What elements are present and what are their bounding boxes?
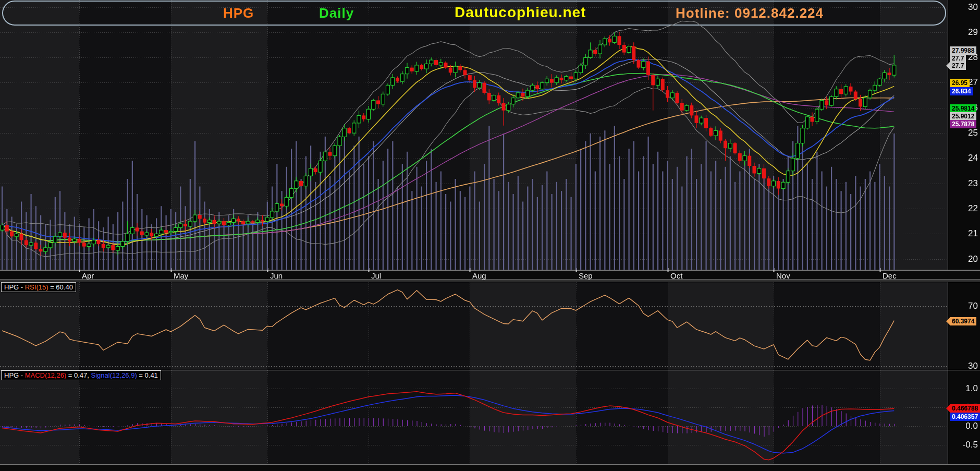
rsi-panel-separator (0, 282, 980, 282)
macd-value-tag: 0.466788 (950, 404, 980, 413)
price-chart-canvas[interactable] (0, 0, 980, 282)
last-price-tag: 27.7 (950, 62, 966, 70)
macd-legend-macd-value: = 0.47, (66, 371, 89, 379)
ma10-tag: 26.95 (950, 79, 970, 87)
x-axis-month-label: Oct (670, 271, 682, 280)
macd-legend-signal-name: Signal(12,26,9) (91, 371, 137, 379)
macd-axis-tick: 0.0 (947, 421, 978, 431)
macd-legend-signal-value: = 0.41 (137, 371, 158, 379)
macd-legend-prefix: HPG - (4, 371, 25, 379)
stock-chart-app: HPG Daily Dautucophieu.net Hotline: 0912… (0, 0, 980, 471)
macd-legend-macd-name: MACD(12,26) (25, 371, 66, 379)
macd-axis-tick: 1.0 (947, 384, 978, 393)
rsi-legend-value: = 60.40 (48, 283, 73, 291)
price-axis-tick: 21 (947, 229, 978, 238)
ma20-tag: 26.834 (950, 87, 973, 95)
rsi-legend-prefix: HPG - (4, 283, 25, 291)
x-axis-month-label: Sep (579, 271, 593, 280)
rsi-chart-canvas[interactable] (0, 282, 980, 370)
x-axis-month-label: Nov (776, 271, 790, 280)
x-axis-month-label: May (174, 271, 188, 280)
price-axis-tick: 20 (947, 255, 978, 264)
ma45-tag: 25.9814 (950, 104, 976, 113)
x-axis-month-label: Dec (883, 271, 897, 280)
x-axis-month-label: Apr (82, 271, 94, 280)
x-axis-month-label: Aug (472, 271, 486, 280)
rsi-axis-tick: 70 (947, 301, 978, 311)
ma60-tag: 25.7878 (950, 120, 976, 128)
rsi-legend-indicator: RSI(15) (25, 283, 48, 291)
price-axis-tick: 25 (947, 128, 978, 138)
bollinger-mid-tag: 25.9012 (950, 112, 976, 120)
macd-legend: HPG - MACD(12,26) = 0.47, Signal(12,26,9… (1, 370, 161, 380)
macd-chart-canvas[interactable] (0, 370, 980, 471)
x-axis-month-label: Jun (270, 271, 283, 280)
x-axis-month-label: Jul (371, 271, 381, 280)
rsi-value-tag: 60.3974 (950, 317, 976, 325)
macd-axis-tick: -0.5 (947, 440, 978, 450)
price-axis-tick: 30 (947, 3, 978, 12)
bollinger-upper-tag: 27.9988 (950, 46, 976, 55)
price-axis-tick: 22 (947, 204, 978, 213)
price-axis-tick: 29 (947, 28, 978, 37)
price-axis-tick: 24 (947, 153, 978, 163)
rsi-legend: HPG - RSI(15) = 60.40 (1, 282, 76, 292)
signal-value-tag: 0.406357 (950, 413, 980, 421)
price-axis-tick: 23 (947, 179, 978, 188)
